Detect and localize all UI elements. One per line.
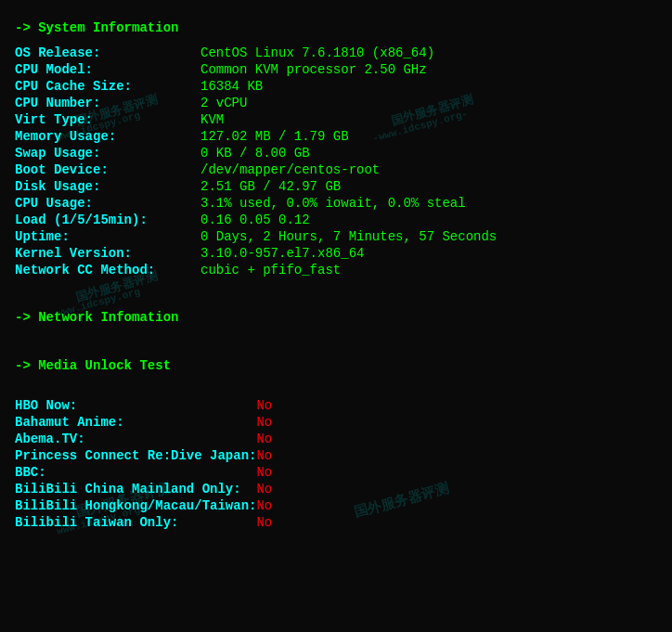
system-info-value: 0 KB / 8.00 GB	[200, 145, 657, 161]
system-info-value: 3.10.0-957.el7.x86_64	[200, 245, 657, 262]
media-unlock-row: BiliBili China Mainland Only:No	[15, 481, 657, 497]
system-info-row: Virt Type:KVM	[15, 111, 657, 128]
system-info-label: Swap Usage:	[15, 145, 200, 161]
system-info-value: 2 vCPU	[200, 95, 657, 111]
system-info-value: 0 Days, 2 Hours, 7 Minutes, 57 Seconds	[200, 228, 657, 245]
system-info-row: Memory Usage:127.02 MB / 1.79 GB	[15, 128, 657, 145]
media-unlock-value: No	[256, 447, 657, 464]
system-info-label: Uptime:	[15, 228, 200, 245]
system-info-value: cubic + pfifo_fast	[200, 262, 657, 278]
system-info-label: Load (1/5/15min):	[15, 212, 200, 228]
system-info-value: KVM	[200, 111, 657, 128]
media-unlock-label: Abema.TV:	[15, 431, 256, 447]
media-unlock-label: Bahamut Anime:	[15, 414, 256, 431]
system-info-label: CPU Model:	[15, 61, 200, 78]
media-unlock-row: Abema.TV:No	[15, 431, 657, 447]
system-info-row: Network CC Method:cubic + pfifo_fast	[15, 262, 657, 278]
system-info-value: /dev/mapper/centos-root	[200, 161, 657, 178]
media-unlock-header: -> Media Unlock Test	[15, 358, 657, 373]
media-unlock-row: BBC:No	[15, 464, 657, 481]
system-info-row: CPU Number:2 vCPU	[15, 95, 657, 111]
media-unlock-row: Bahamut Anime:No	[15, 414, 657, 431]
system-info-label: CPU Number:	[15, 95, 200, 111]
system-info-row: Load (1/5/15min):0.16 0.05 0.12	[15, 212, 657, 228]
media-unlock-label: BiliBili China Mainland Only:	[15, 481, 256, 497]
media-unlock-row: Princess Connect Re:Dive Japan:No	[15, 447, 657, 464]
system-info-value: 0.16 0.05 0.12	[200, 212, 657, 228]
network-info-section: -> Network Infomation	[15, 310, 657, 325]
media-unlock-value: No	[256, 497, 657, 514]
media-unlock-section: -> Media Unlock Test HBO Now:NoBahamut A…	[15, 358, 657, 531]
system-info-label: CPU Usage:	[15, 195, 200, 212]
system-info-value: CentOS Linux 7.6.1810 (x86_64)	[200, 45, 657, 61]
system-info-label: Virt Type:	[15, 111, 200, 128]
system-info-label: Network CC Method:	[15, 262, 200, 278]
media-unlock-label: Bilibili Taiwan Only:	[15, 514, 256, 531]
system-info-table: OS Release:CentOS Linux 7.6.1810 (x86_64…	[15, 45, 657, 278]
system-info-label: Memory Usage:	[15, 128, 200, 145]
system-info-row: Uptime:0 Days, 2 Hours, 7 Minutes, 57 Se…	[15, 228, 657, 245]
system-info-value: 127.02 MB / 1.79 GB	[200, 128, 657, 145]
media-unlock-value: No	[256, 414, 657, 431]
media-unlock-label: HBO Now:	[15, 397, 256, 414]
system-info-row: CPU Model:Common KVM processor 2.50 GHz	[15, 61, 657, 78]
media-unlock-value: No	[256, 431, 657, 447]
system-info-row: Disk Usage:2.51 GB / 42.97 GB	[15, 178, 657, 195]
media-unlock-row: HBO Now:No	[15, 397, 657, 414]
system-info-header: -> System Information	[15, 20, 657, 35]
system-info-value: 16384 KB	[200, 78, 657, 95]
system-info-row: CPU Usage:3.1% used, 0.0% iowait, 0.0% s…	[15, 195, 657, 212]
system-info-row: Kernel Version:3.10.0-957.el7.x86_64	[15, 245, 657, 262]
system-info-row: Boot Device:/dev/mapper/centos-root	[15, 161, 657, 178]
system-info-value: Common KVM processor 2.50 GHz	[200, 61, 657, 78]
media-unlock-value: No	[256, 464, 657, 481]
system-info-label: OS Release:	[15, 45, 200, 61]
network-info-header: -> Network Infomation	[15, 310, 657, 325]
media-unlock-value: No	[256, 397, 657, 414]
media-unlock-label: BiliBili Hongkong/Macau/Taiwan:	[15, 497, 256, 514]
system-info-value: 3.1% used, 0.0% iowait, 0.0% steal	[200, 195, 657, 212]
system-info-row: OS Release:CentOS Linux 7.6.1810 (x86_64…	[15, 45, 657, 61]
system-info-label: CPU Cache Size:	[15, 78, 200, 95]
system-info-row: Swap Usage:0 KB / 8.00 GB	[15, 145, 657, 161]
media-unlock-table: HBO Now:NoBahamut Anime:NoAbema.TV:NoPri…	[15, 397, 657, 531]
media-unlock-row: BiliBili Hongkong/Macau/Taiwan:No	[15, 497, 657, 514]
media-unlock-value: No	[256, 514, 657, 531]
system-info-label: Boot Device:	[15, 161, 200, 178]
media-unlock-label: BBC:	[15, 464, 256, 481]
media-unlock-label: Princess Connect Re:Dive Japan:	[15, 447, 256, 464]
media-unlock-value: No	[256, 481, 657, 497]
system-info-row: CPU Cache Size:16384 KB	[15, 78, 657, 95]
system-info-section: -> System Information OS Release:CentOS …	[15, 20, 657, 278]
system-info-label: Kernel Version:	[15, 245, 200, 262]
media-unlock-row: Bilibili Taiwan Only:No	[15, 514, 657, 531]
system-info-label: Disk Usage:	[15, 178, 200, 195]
system-info-value: 2.51 GB / 42.97 GB	[200, 178, 657, 195]
